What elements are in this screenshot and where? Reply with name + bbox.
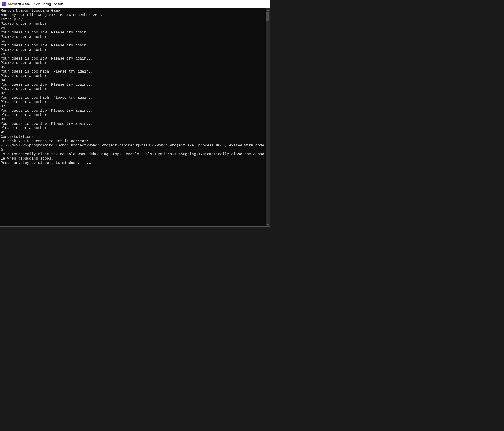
titlebar[interactable]: C:\ Microsoft Visual Studio Debug Consol…: [0, 0, 270, 8]
console-line: Please enter a number:: [1, 100, 266, 104]
console-line: 66: [1, 39, 266, 44]
console-line: 90: [1, 117, 266, 122]
close-button[interactable]: [259, 0, 270, 8]
console-line: Please enter a number:: [1, 74, 266, 78]
console-line: 87: [1, 104, 266, 109]
console-line: 78: [1, 52, 266, 56]
scroll-down-arrow-icon[interactable]: [266, 223, 270, 226]
console-window: C:\ Microsoft Visual Studio Debug Consol…: [0, 0, 270, 227]
console-line: Please enter a number:: [1, 113, 266, 117]
console-line: Please enter a number:: [1, 22, 266, 26]
console-line: Congratulations!: [1, 135, 266, 139]
console-line: It took you 9 guesses to get it correct!: [1, 139, 266, 143]
console-line: Your guess is too high. Please try again…: [1, 96, 266, 100]
console-line: Please enter a number:: [1, 48, 266, 52]
console-line: Please enter a number:: [1, 87, 266, 91]
console-line: 25: [1, 26, 266, 30]
app-icon: C:\: [2, 2, 6, 6]
console-line: Please enter a number:: [1, 35, 266, 39]
console-line: Let's play...: [1, 17, 266, 22]
console-line: To automatically close the console when …: [1, 152, 266, 161]
console-line-last: Press any key to close this window . . .: [1, 161, 266, 165]
console-line: Your guess is too low. Please try again.…: [1, 109, 266, 113]
console-line: Your guess is too low. Please try again.…: [1, 122, 266, 126]
console-line: Your guess is too low. Please try again.…: [1, 83, 266, 87]
console-line: 91: [1, 131, 266, 135]
console-line: Please enter a number:: [1, 61, 266, 65]
console-line: Your guess is too low. Please try again.…: [1, 44, 266, 48]
svg-rect-1: [253, 3, 255, 5]
console-line: 92: [1, 91, 266, 96]
console-line: Random Number Guessing Game!: [1, 9, 266, 13]
console-line: E:\SEMESTER5\programmingC\WongA_Project\…: [1, 143, 266, 152]
console-last-text: Press any key to close this window . . .: [1, 161, 89, 165]
console-line: Your guess is too high. Please try again…: [1, 70, 266, 74]
maximize-button[interactable]: [249, 0, 259, 8]
text-cursor: [89, 163, 91, 164]
scroll-track[interactable]: [266, 12, 270, 223]
vertical-scrollbar[interactable]: [266, 8, 270, 226]
console-line: 84: [1, 78, 266, 83]
window-title: Microsoft Visual Studio Debug Console: [8, 2, 63, 6]
console-line: Made by: Arielle Wong 2152762 16 Decembe…: [1, 13, 266, 17]
scroll-up-arrow-icon[interactable]: [266, 8, 270, 12]
console-line: Your guess is too low. Please try again.…: [1, 30, 266, 35]
console-output[interactable]: Random Number Guessing Game!Made by: Ari…: [0, 8, 266, 226]
console-line: Please enter a number:: [1, 126, 266, 131]
console-line: 95: [1, 65, 266, 70]
console-line: Your guess is too low. Please try again.…: [1, 56, 266, 61]
minimize-button[interactable]: [238, 0, 249, 8]
scroll-thumb[interactable]: [266, 12, 269, 21]
client-area: Random Number Guessing Game!Made by: Ari…: [0, 8, 270, 226]
